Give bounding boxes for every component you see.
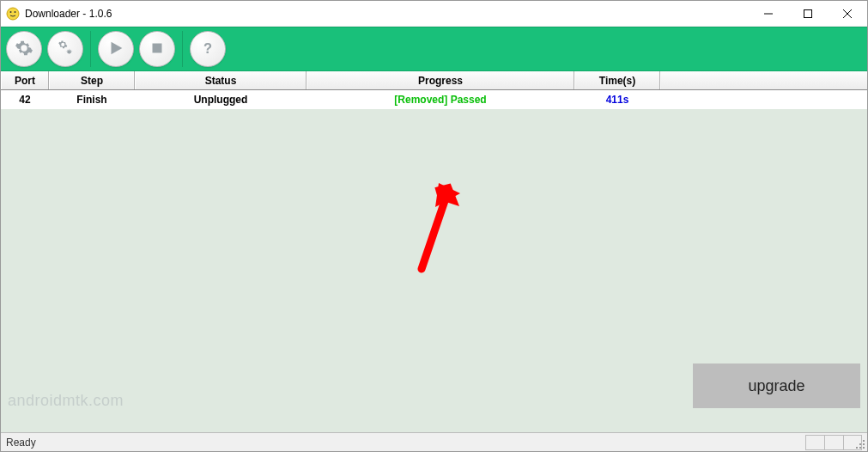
upgrade-button[interactable]: upgrade <box>693 363 860 408</box>
svg-rect-15 <box>863 443 865 445</box>
toolbar-separator <box>90 31 91 67</box>
svg-rect-17 <box>859 447 861 449</box>
watermark: androidmtk.com <box>8 392 124 410</box>
svg-rect-14 <box>859 443 861 445</box>
settings2-button[interactable] <box>47 31 83 67</box>
play-icon <box>106 39 125 60</box>
table-header: Port Step Status Progress Time(s) <box>1 71 867 90</box>
window-controls <box>749 1 867 26</box>
svg-point-2 <box>15 11 16 13</box>
resize-grip[interactable] <box>853 437 866 450</box>
help-button[interactable]: ? <box>190 31 226 67</box>
cell-progress: [Removed] Passed <box>307 90 574 109</box>
header-time[interactable]: Time(s) <box>574 71 660 89</box>
toolbar: ? <box>1 27 867 71</box>
help-icon: ? <box>198 39 217 60</box>
stop-icon <box>148 39 167 60</box>
svg-point-1 <box>10 11 12 13</box>
header-progress[interactable]: Progress <box>307 71 574 89</box>
toolbar-separator <box>182 31 183 67</box>
header-port[interactable]: Port <box>1 71 49 89</box>
cell-port: 42 <box>1 90 49 109</box>
start-button[interactable] <box>98 31 134 67</box>
stop-button[interactable] <box>139 31 175 67</box>
statusbar-panel <box>805 435 824 450</box>
statusbar-panel <box>824 435 843 450</box>
svg-rect-4 <box>804 9 812 17</box>
cell-status: Unplugged <box>135 90 307 109</box>
maximize-button[interactable] <box>788 1 828 26</box>
window-title: Downloader - 1.0.6 <box>25 8 749 20</box>
svg-rect-13 <box>863 440 865 442</box>
svg-text:?: ? <box>203 40 212 55</box>
close-button[interactable] <box>828 1 867 26</box>
header-status[interactable]: Status <box>135 71 307 89</box>
table-row[interactable]: 42 Finish Unplugged [Removed] Passed 411… <box>1 90 867 109</box>
statusbar: Ready <box>1 432 867 451</box>
titlebar: Downloader - 1.0.6 <box>1 1 867 27</box>
svg-rect-16 <box>856 447 858 449</box>
cell-time: 411s <box>574 90 660 109</box>
svg-rect-18 <box>863 447 865 449</box>
cell-step: Finish <box>49 90 135 109</box>
svg-rect-8 <box>153 43 162 52</box>
app-icon <box>6 7 20 21</box>
minimize-button[interactable] <box>749 1 788 26</box>
header-step[interactable]: Step <box>49 71 135 89</box>
statusbar-text: Ready <box>6 437 36 449</box>
settings-button[interactable] <box>6 31 42 67</box>
gears-icon <box>56 39 75 60</box>
table-container: Port Step Status Progress Time(s) 42 Fin… <box>1 71 867 432</box>
svg-point-0 <box>7 8 19 20</box>
header-rest <box>660 71 867 89</box>
gear-icon <box>15 39 33 60</box>
